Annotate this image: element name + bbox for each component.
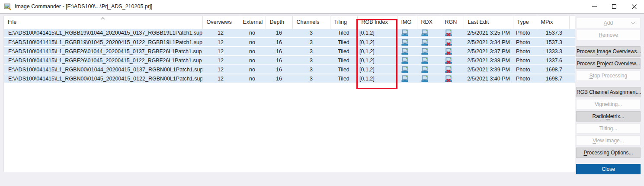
computer-x-icon[interactable] bbox=[445, 29, 452, 36]
column-header-mpix[interactable]: MPix bbox=[537, 16, 569, 29]
remove-button[interactable]: Remove bbox=[576, 30, 641, 40]
button-label-post: etrix... bbox=[610, 113, 625, 119]
radiometrix-button[interactable]: RadioMetrix... bbox=[576, 111, 641, 122]
table-row[interactable]: E:\ADS100\041415\L1_RGBN00\01044_2020041… bbox=[4, 65, 576, 74]
cell-rdx bbox=[417, 47, 441, 56]
column-header-img[interactable]: IMG bbox=[397, 16, 417, 29]
cell-rgn bbox=[441, 74, 464, 83]
cell-text-overviews: 12 bbox=[218, 48, 224, 55]
column-header-last_edit[interactable]: Last Edit bbox=[464, 16, 513, 29]
cell-mpix: 1333.3 bbox=[537, 47, 569, 56]
cell-text-channels: 3 bbox=[310, 48, 313, 55]
cell-last_edit: 2/5/2021 3:40 PM bbox=[464, 74, 513, 83]
chevron-down-icon bbox=[631, 20, 635, 25]
button-label-mn: C bbox=[589, 89, 593, 95]
cell-type: Photo bbox=[513, 47, 537, 56]
column-header-spacer[interactable] bbox=[569, 16, 576, 29]
cell-overviews: 12 bbox=[202, 74, 239, 83]
button-label-mn: S bbox=[590, 73, 593, 79]
computer-icon[interactable] bbox=[421, 75, 428, 82]
cell-text-tiling: Tiled bbox=[338, 58, 349, 64]
cell-last_edit: 2/5/2021 3:38 PM bbox=[464, 56, 513, 65]
computer-x-icon[interactable] bbox=[445, 48, 452, 55]
column-header-overviews[interactable]: Overviews bbox=[202, 16, 239, 29]
computer-icon[interactable] bbox=[401, 39, 408, 46]
minimize-button[interactable] bbox=[584, 0, 604, 13]
cell-spacer bbox=[569, 56, 576, 65]
cell-channels: 3 bbox=[292, 56, 330, 65]
table-row[interactable]: E:\ADS100\041415\L1_RGBF26\01045_2020041… bbox=[4, 56, 576, 65]
table-row[interactable]: E:\ADS100\041415\L1_RGBB19\01044_2020041… bbox=[4, 29, 576, 38]
computer-x-icon[interactable] bbox=[445, 75, 452, 82]
button-label-post: rocessing Options... bbox=[587, 150, 633, 156]
cell-text-channels: 3 bbox=[310, 39, 313, 45]
processing-options-button[interactable]: Processing Options... bbox=[576, 148, 641, 158]
cell-rdx bbox=[417, 29, 441, 38]
column-header-external[interactable]: External bbox=[239, 16, 266, 29]
process-image-overviews-button[interactable]: Process Image Overviews... bbox=[576, 46, 641, 57]
cell-mpix: 1698.7 bbox=[537, 65, 569, 74]
maximize-button[interactable] bbox=[604, 0, 624, 13]
computer-icon[interactable] bbox=[401, 29, 408, 36]
cell-text-depth: 16 bbox=[276, 39, 282, 45]
column-header-rgb_index[interactable]: RGB Index bbox=[357, 16, 397, 29]
cell-text-channels: 3 bbox=[310, 76, 313, 82]
cell-text-last_edit: 2/5/2021 3:34 PM bbox=[467, 39, 510, 45]
button-label-pre: RGB bbox=[577, 89, 589, 95]
stop-processing-button[interactable]: Stop Processing bbox=[576, 71, 641, 81]
column-header-rgn[interactable]: RGN bbox=[441, 16, 464, 29]
file-table-panel: FileOverviewsExternalDepthChannelsTiling… bbox=[3, 16, 575, 172]
cell-type: Photo bbox=[513, 29, 537, 38]
cell-text-depth: 16 bbox=[276, 76, 282, 82]
cell-text-external: no bbox=[249, 30, 255, 36]
computer-icon[interactable] bbox=[421, 48, 428, 55]
cell-text-rgb_index: [0,1,2] bbox=[359, 30, 375, 36]
computer-x-icon[interactable] bbox=[445, 66, 452, 73]
cell-rgb_index: [0,1,2] bbox=[357, 56, 397, 65]
window-controls bbox=[584, 0, 644, 13]
computer-icon[interactable] bbox=[401, 57, 408, 64]
cell-text-depth: 16 bbox=[276, 48, 282, 55]
computer-icon[interactable] bbox=[421, 39, 428, 46]
computer-icon[interactable] bbox=[421, 29, 428, 36]
cell-spacer bbox=[569, 47, 576, 56]
column-header-depth[interactable]: Depth bbox=[266, 16, 292, 29]
computer-icon[interactable] bbox=[421, 57, 428, 64]
vignetting-button[interactable]: Vignetting... bbox=[576, 99, 641, 109]
column-header-type[interactable]: Type bbox=[513, 16, 537, 29]
cell-spacer bbox=[569, 74, 576, 83]
close-button[interactable]: Close bbox=[576, 164, 641, 174]
table-row[interactable]: E:\ADS100\041415\L1_RGBF26\01044_2020041… bbox=[4, 47, 576, 56]
computer-x-icon[interactable] bbox=[445, 57, 452, 64]
column-header-tiling[interactable]: Tiling bbox=[330, 16, 357, 29]
computer-icon[interactable] bbox=[401, 75, 408, 82]
cell-overviews: 12 bbox=[202, 56, 239, 65]
column-header-rdx[interactable]: RDX bbox=[417, 16, 441, 29]
close-window-button[interactable] bbox=[624, 0, 644, 13]
cell-text-external: no bbox=[249, 76, 255, 82]
computer-icon[interactable] bbox=[401, 48, 408, 55]
cell-text-type: Photo bbox=[516, 39, 530, 45]
cell-text-tiling: Tiled bbox=[338, 30, 349, 36]
cell-rgn bbox=[441, 38, 464, 47]
tilting-button[interactable]: Tilting... bbox=[576, 123, 641, 134]
cell-text-rgb_index: [0,1,2] bbox=[359, 39, 375, 45]
cell-img bbox=[397, 74, 417, 83]
process-project-overview-button[interactable]: Process Project Overview... bbox=[576, 58, 641, 69]
cell-text-type: Photo bbox=[516, 30, 530, 36]
view-image-button[interactable]: View Image... bbox=[576, 135, 641, 146]
button-label-post: top Processing bbox=[593, 73, 627, 79]
computer-icon[interactable] bbox=[401, 66, 408, 73]
cell-tiling: Tiled bbox=[330, 38, 357, 47]
table-row[interactable]: E:\ADS100\041415\L1_RGBN00\01045_2020041… bbox=[4, 74, 576, 83]
add-button[interactable]: Add bbox=[576, 18, 641, 28]
computer-x-icon[interactable] bbox=[445, 39, 452, 46]
cell-last_edit: 2/5/2021 3:25 PM bbox=[464, 29, 513, 38]
column-header-label: IMG bbox=[401, 19, 412, 25]
column-header-file[interactable]: File bbox=[4, 16, 202, 29]
table-row[interactable]: E:\ADS100\041415\L1_RGBB19\01045_2020041… bbox=[4, 38, 576, 47]
cell-file: E:\ADS100\041415\L1_RGBB19\01044_2020041… bbox=[4, 29, 202, 38]
rgb-channel-assignment-button[interactable]: RGB Channel Assignment... bbox=[576, 87, 641, 97]
computer-icon[interactable] bbox=[421, 66, 428, 73]
column-header-channels[interactable]: Channels bbox=[292, 16, 330, 29]
